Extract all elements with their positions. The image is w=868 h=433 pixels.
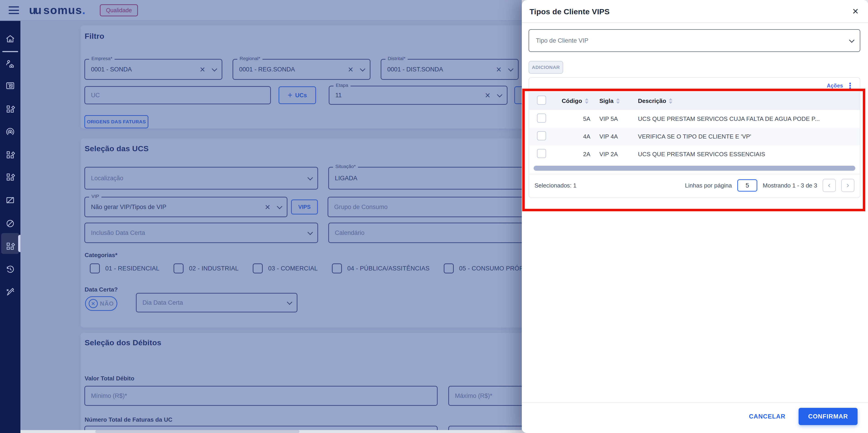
- tipo-cliente-vip-placeholder: Tipo de Cliente VIP: [536, 37, 589, 44]
- chevron-down-icon[interactable]: [849, 37, 855, 43]
- close-icon[interactable]: ×: [852, 6, 859, 16]
- card-spiral-icon[interactable]: [4, 79, 17, 92]
- prev-page-button[interactable]: ‹: [823, 179, 836, 192]
- sidebar-divider: [2, 51, 18, 52]
- panel-footer: CANCELAR CONFIRMAR: [522, 402, 868, 430]
- modules-icon[interactable]: [4, 103, 17, 115]
- cell-descricao: UCS QUE PRESTAM SERVICOS ESSENCIAIS: [638, 145, 860, 163]
- vips-table-card: Ações ⋮ Código Sigla Descrição: [529, 77, 860, 198]
- adicionar-button[interactable]: ADICIONAR: [529, 61, 563, 74]
- tipo-cliente-vip-select[interactable]: Tipo de Cliente VIP: [529, 29, 860, 52]
- tipos-cliente-vips-panel: Tipos de Cliente VIPS × Tipo de Cliente …: [522, 0, 868, 433]
- mostrando-label: Mostrando 1 - 3 de 3: [763, 182, 817, 189]
- sidebar-nav: [0, 21, 21, 433]
- sort-icon[interactable]: [616, 98, 620, 104]
- cell-codigo: 2A: [554, 145, 599, 163]
- cell-descricao: UCS QUE PRESTAM SERVICOS CUJA FALTA DE A…: [638, 110, 860, 128]
- linhas-por-pagina-label: Linhas por página: [685, 182, 732, 189]
- modules-icon-active[interactable]: [4, 240, 17, 253]
- table-row[interactable]: 4A VIP 4A VERIFICA SE O TIPO DE CLIENTE …: [529, 128, 860, 145]
- app-root: uu somus . Qualidade Filtro Empresa* 000…: [0, 0, 868, 433]
- magic-pen-icon[interactable]: [4, 285, 17, 298]
- acoes-link[interactable]: Ações: [827, 83, 843, 89]
- col-sigla[interactable]: Sigla: [599, 98, 614, 104]
- table-row[interactable]: 2A VIP 2A UCS QUE PRESTAM SERVICOS ESSEN…: [529, 145, 860, 163]
- panel-title: Tipos de Cliente VIPS: [529, 7, 860, 16]
- table-horizontal-scrollbar[interactable]: [534, 166, 855, 171]
- panel-body: Tipo de Cliente VIP ADICIONAR Ações ⋮ Có…: [522, 23, 868, 198]
- kebab-menu-icon[interactable]: ⋮: [846, 83, 854, 89]
- broadcast-icon[interactable]: [4, 126, 17, 138]
- sort-icon[interactable]: [669, 98, 673, 104]
- panel-header: Tipos de Cliente VIPS ×: [522, 0, 868, 23]
- vips-table: Código Sigla Descrição 5A VIP 5A UCS QUE…: [529, 92, 860, 163]
- cell-sigla: VIP 5A: [599, 110, 638, 128]
- home-icon[interactable]: [4, 32, 17, 45]
- scrollbar-thumb[interactable]: [95, 430, 300, 433]
- next-page-button[interactable]: ›: [841, 179, 855, 192]
- cell-codigo: 4A: [554, 128, 599, 145]
- block-icon[interactable]: [4, 217, 17, 230]
- modal-dim-overlay: [0, 0, 522, 433]
- acoes-row: Ações ⋮: [529, 78, 860, 92]
- cell-sigla: VIP 2A: [599, 145, 638, 163]
- confirmar-button[interactable]: CONFIRMAR: [799, 408, 858, 425]
- cell-descricao: VERIFICA SE O TIPO DE CLIENTE E 'VP': [638, 128, 860, 145]
- col-descricao[interactable]: Descrição: [638, 98, 666, 104]
- selecionados-count: Selecionados: 1: [534, 182, 577, 189]
- table-row[interactable]: 5A VIP 5A UCS QUE PRESTAM SERVICOS CUJA …: [529, 110, 860, 128]
- row-checkbox[interactable]: [537, 113, 546, 123]
- mail-off-icon[interactable]: [4, 194, 17, 206]
- cell-sigla: VIP 4A: [599, 128, 638, 145]
- table-footer: Selecionados: 1 Linhas por página Mostra…: [529, 174, 860, 197]
- modules-icon[interactable]: [4, 171, 17, 184]
- table-header-row: Código Sigla Descrição: [529, 92, 860, 110]
- row-checkbox[interactable]: [537, 149, 546, 158]
- select-all-checkbox[interactable]: [537, 96, 546, 105]
- cell-codigo: 5A: [554, 110, 599, 128]
- sort-icon[interactable]: [585, 98, 589, 104]
- cancelar-button[interactable]: CANCELAR: [749, 413, 785, 420]
- sidebar-active-indicator: [18, 235, 21, 252]
- history-icon[interactable]: [4, 263, 17, 276]
- modules-icon[interactable]: [4, 148, 17, 161]
- col-codigo[interactable]: Código: [562, 98, 582, 104]
- user-home-icon[interactable]: [4, 57, 17, 70]
- row-checkbox[interactable]: [537, 131, 546, 140]
- rows-per-page-input[interactable]: [737, 179, 757, 192]
